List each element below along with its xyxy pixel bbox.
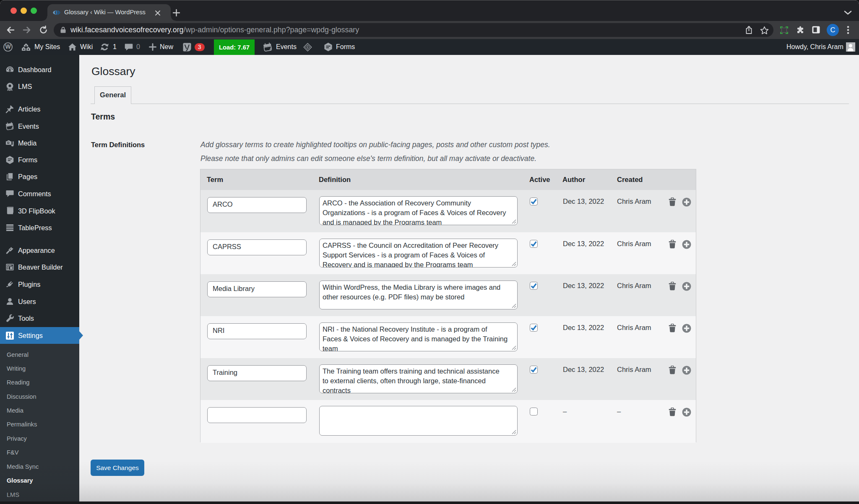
svg-text:W: W — [5, 43, 11, 50]
